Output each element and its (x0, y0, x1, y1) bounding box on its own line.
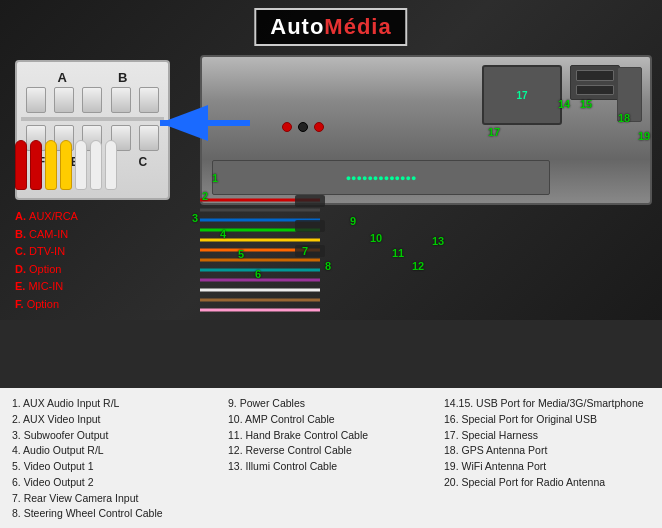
logo-text: AutoMédia (270, 14, 391, 40)
info-item-12: 12. Reverse Control Cable (228, 443, 434, 459)
info-panel: 1. AUX Audio Input R/L 2. AUX Video Inpu… (0, 388, 662, 528)
wire-num-19: 19 (638, 130, 650, 142)
rca-white3 (105, 140, 117, 190)
letter-def-b: B. CAM-IN (15, 226, 78, 244)
info-item-18: 18. GPS Antenna Port (444, 443, 650, 459)
rca-yellow2 (60, 140, 72, 190)
info-item-11: 11. Hand Brake Control Cable (228, 428, 434, 444)
wiring-diagram-image: AutoMédia 17 ●●●●●●●●●●●●● (0, 0, 662, 320)
info-item-5: 5. Video Output 1 (12, 459, 218, 475)
wire-num-6: 6 (255, 268, 261, 280)
info-item-3: 3. Subwoofer Output (12, 428, 218, 444)
rca-red2 (30, 140, 42, 190)
wire-num-14: 14 (558, 98, 570, 110)
pin (54, 87, 74, 113)
info-item-13: 13. Illumi Control Cable (228, 459, 434, 475)
main-container: AutoMédia 17 ●●●●●●●●●●●●● (0, 0, 662, 528)
info-columns: 1. AUX Audio Input R/L 2. AUX Video Inpu… (12, 396, 650, 522)
wire-num-5: 5 (238, 248, 244, 260)
blue-arrow (150, 98, 260, 152)
letter-def-a: A. AUX/RCA (15, 208, 78, 226)
info-col-right: 14.15. USB Port for Media/3G/Smartphone … (444, 396, 650, 522)
svg-rect-14 (295, 220, 325, 232)
rca-white (75, 140, 87, 190)
svg-rect-13 (295, 195, 325, 207)
connector-label-c: C (139, 155, 148, 169)
logo-container: AutoMédia (254, 8, 407, 46)
info-item-7: 7. Rear View Camera Input (12, 491, 218, 507)
wire-num-15: 15 (580, 98, 592, 110)
info-item-1415: 14.15. USB Port for Media/3G/Smartphone (444, 396, 650, 412)
wire-num-7: 7 (302, 245, 308, 257)
info-item-2: 2. AUX Video Input (12, 412, 218, 428)
connector-label-a: A (58, 70, 67, 85)
info-item-9: 9. Power Cables (228, 396, 434, 412)
svg-rect-15 (295, 245, 325, 257)
wire-num-18: 18 (618, 112, 630, 124)
wire-num-8: 8 (325, 260, 331, 272)
wire-num-11: 11 (392, 247, 404, 259)
letter-definitions: A. AUX/RCA B. CAM-IN C. DTV-IN D. Option… (15, 208, 78, 314)
wire-num-3: 3 (192, 212, 198, 224)
info-item-17: 17. Special Harness (444, 428, 650, 444)
info-item-10: 10. AMP Control Cable (228, 412, 434, 428)
letter-def-c: C. DTV-IN (15, 243, 78, 261)
rca-red (15, 140, 27, 190)
info-item-6: 6. Video Output 2 (12, 475, 218, 491)
rca-yellow (45, 140, 57, 190)
logo-auto: Auto (270, 14, 324, 39)
pin (26, 87, 46, 113)
rca-plugs (15, 140, 117, 190)
info-item-4: 4. Audio Output R/L (12, 443, 218, 459)
letter-def-d: D. Option (15, 261, 78, 279)
connector-label-b: B (118, 70, 127, 85)
wire-num-1: 1 (212, 172, 218, 184)
wire-num-13: 13 (432, 235, 444, 247)
wire-num-4: 4 (220, 228, 226, 240)
stereo-unit-back: 17 ●●●●●●●●●●●●● (200, 55, 652, 205)
wire-num-12: 12 (412, 260, 424, 272)
pin (82, 87, 102, 113)
letter-def-f: F. Option (15, 296, 78, 314)
pin (111, 87, 131, 113)
info-col-mid: 9. Power Cables 10. AMP Control Cable 11… (228, 396, 434, 522)
wire-num-17: 17 (488, 126, 500, 138)
logo-media: Média (324, 14, 391, 39)
info-item-1: 1. AUX Audio Input R/L (12, 396, 218, 412)
wire-num-9: 9 (350, 215, 356, 227)
letter-def-e: E. MIC-IN (15, 278, 78, 296)
info-item-16: 16. Special Port for Original USB (444, 412, 650, 428)
info-item-19: 19. WiFi Antenna Port (444, 459, 650, 475)
info-col-left: 1. AUX Audio Input R/L 2. AUX Video Inpu… (12, 396, 218, 522)
rca-white2 (90, 140, 102, 190)
info-item-20: 20. Special Port for Radio Antenna (444, 475, 650, 491)
info-item-8: 8. Steering Wheel Control Cable (12, 506, 218, 522)
wire-num-10: 10 (370, 232, 382, 244)
wire-num-2: 2 (202, 190, 208, 202)
